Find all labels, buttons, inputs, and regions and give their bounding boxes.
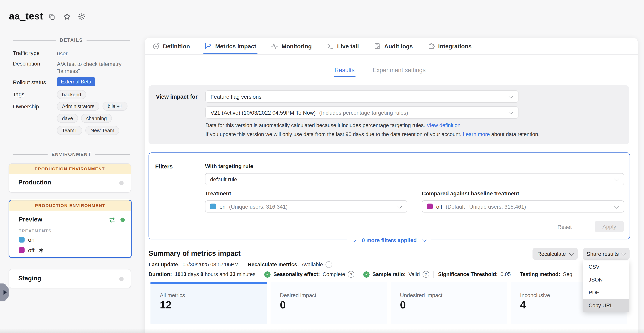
bottom-shadow	[0, 328, 644, 333]
tab-audit-logs[interactable]: Audit logs	[374, 38, 413, 54]
meta-row-1: Last update: 05/30/2025 03:57:06PM Recal…	[148, 261, 332, 268]
version-note: (Includes percentage targeting rules)	[319, 110, 408, 116]
menu-item-pdf[interactable]: PDF	[583, 286, 629, 299]
tab-label: Integrations	[438, 43, 472, 50]
owner-pill[interactable]: channing	[81, 114, 112, 123]
duration-value: 1013 days 8 hours and 33 minutes	[175, 272, 255, 277]
tab-label: Audit logs	[384, 43, 413, 50]
metric-card-undesired-impact[interactable]: Undesired impact 0	[390, 282, 507, 324]
check-circle-icon: ✓	[364, 271, 370, 278]
treatment-off-color-swatch	[427, 204, 433, 210]
significance-value: 0.05	[500, 272, 511, 277]
tab-label: Metrics impact	[215, 43, 256, 50]
owner-pill[interactable]: Team1	[57, 126, 82, 135]
targeting-rule-value: default rule	[210, 176, 237, 182]
menu-item-json[interactable]: JSON	[583, 273, 629, 286]
baseline-label: Compared against baseline treatment	[422, 190, 519, 196]
subtab-results[interactable]: Results	[334, 67, 354, 77]
significance-label: Significance Threshold:	[438, 272, 498, 277]
recalculate-button[interactable]: Recalculate	[532, 248, 578, 260]
version-dropdown[interactable]: V21 (Active) (10/03/2022 04:59PM To Now)…	[206, 106, 518, 118]
environment-name: Staging	[18, 275, 41, 282]
terminal-icon	[326, 42, 334, 50]
targeting-rule-dropdown[interactable]: default rule	[205, 173, 624, 185]
divider	[260, 271, 260, 278]
reset-button[interactable]: Reset	[558, 224, 572, 230]
line-chart-icon	[205, 42, 212, 50]
settings-gear-icon[interactable]	[78, 13, 86, 21]
owner-pill[interactable]: New Team	[85, 126, 119, 135]
owner-pill[interactable]: Administrators	[57, 102, 100, 111]
tab-integrations[interactable]: Integrations	[428, 38, 472, 54]
apply-button[interactable]: Apply	[595, 221, 624, 232]
puzzle-icon	[428, 42, 435, 50]
traffic-type-label: Traffic type	[13, 50, 40, 56]
version-value: V21 (Active) (10/03/2022 04:59PM To Now)	[210, 110, 316, 116]
treatment-label: Treatment	[205, 190, 231, 196]
chevron-down-icon	[614, 176, 619, 181]
recalculate-label: Recalculate	[538, 251, 566, 257]
subtab-bar: Results Experiment settings	[334, 67, 426, 77]
view-definition-link[interactable]: View definition	[427, 122, 460, 128]
star-favorite-icon[interactable]	[63, 13, 71, 21]
view-impact-label: View impact for	[156, 94, 198, 100]
last-update-value: 05/30/2025 03:57:06PM	[183, 262, 239, 268]
targeting-rule-label: With targeting rule	[205, 163, 253, 169]
environment-card-production[interactable]: PRODUCTION ENVIRONMENT Production	[8, 164, 131, 193]
tab-label: Live tail	[337, 43, 359, 50]
chevron-down-icon	[508, 110, 513, 114]
testing-method-value: Seq	[563, 272, 572, 277]
seasonality-value: Complete	[322, 272, 345, 277]
metric-card-desired-impact[interactable]: Desired impact 0	[270, 282, 387, 324]
tab-monitoring[interactable]: Monitoring	[271, 38, 312, 54]
owner-pill[interactable]: bilal+1	[102, 102, 128, 111]
rollout-status-badge[interactable]: External Beta	[57, 77, 95, 86]
tag-pill[interactable]: backend	[57, 90, 86, 99]
owner-pill[interactable]: dave	[57, 114, 78, 123]
divider	[243, 261, 244, 268]
version-type-dropdown[interactable]: Feature flag versions	[206, 90, 518, 102]
menu-item-csv[interactable]: CSV	[583, 260, 629, 273]
metric-card-label: Inconclusive	[520, 292, 550, 298]
menu-item-copy-url[interactable]: Copy URL	[583, 299, 629, 312]
main-panel: Definition Metrics impact Monitoring	[145, 38, 638, 333]
metric-card-label: All metrics	[160, 292, 185, 298]
treatment-detail: (Unique users: 316,341)	[229, 203, 288, 210]
description-label: Description	[13, 60, 40, 67]
status-dot-active	[120, 218, 125, 222]
recalculate-metrics-label: Recalculate metrics:	[248, 262, 299, 268]
question-icon[interactable]: ?	[422, 271, 429, 278]
tab-metrics-impact[interactable]: Metrics impact	[205, 38, 256, 54]
info-icon[interactable]: i	[326, 261, 332, 268]
question-icon[interactable]: ?	[348, 271, 354, 278]
page: aa_test DETAILS Traffic type user Descri…	[0, 0, 644, 333]
share-results-button[interactable]: Share results	[583, 248, 630, 260]
version-auto-note: Data for this version is automatically c…	[206, 122, 460, 128]
tab-definition[interactable]: Definition	[152, 38, 190, 54]
tab-label: Definition	[163, 43, 190, 50]
environment-card-staging[interactable]: Staging	[8, 269, 131, 288]
treatment-dropdown[interactable]: on (Unique users: 316,341)	[205, 200, 407, 212]
baseline-dropdown[interactable]: off (Default | Unique users: 315,461)	[422, 200, 624, 212]
sample-ratio-label: Sample ratio:	[372, 272, 406, 277]
treatments-label: TREATMENTS	[19, 228, 52, 233]
subtab-experiment-settings[interactable]: Experiment settings	[372, 67, 426, 77]
metric-card-value: 0	[400, 299, 406, 311]
treatment-off-label: off	[28, 247, 34, 254]
more-filters-toggle[interactable]: 0 more filters applied	[347, 237, 432, 243]
metric-card-all-metrics[interactable]: All metrics 12	[150, 282, 267, 324]
data-retention-note: If you update this version we will only …	[206, 132, 540, 137]
chevron-down-icon	[397, 203, 402, 208]
baseline-detail: (Default | Unique users: 315,461)	[446, 203, 526, 210]
learn-more-link[interactable]: Learn more	[463, 132, 490, 137]
metric-card-value: 0	[280, 299, 286, 311]
environment-card-preview[interactable]: PRODUCTION ENVIRONMENT Preview TREATMENT…	[8, 200, 132, 258]
chevron-down-icon	[352, 238, 356, 242]
sidebar-expand-handle[interactable]	[0, 284, 8, 302]
meta-row-2: Duration: 1013 days 8 hours and 33 minut…	[148, 271, 572, 278]
traffic-type-value: user	[57, 50, 68, 57]
copy-name-icon[interactable]	[48, 13, 56, 21]
seasonality-label: Seasonality effect:	[273, 272, 320, 277]
tab-live-tail[interactable]: Live tail	[326, 38, 359, 54]
environment-name: Production	[18, 179, 51, 186]
